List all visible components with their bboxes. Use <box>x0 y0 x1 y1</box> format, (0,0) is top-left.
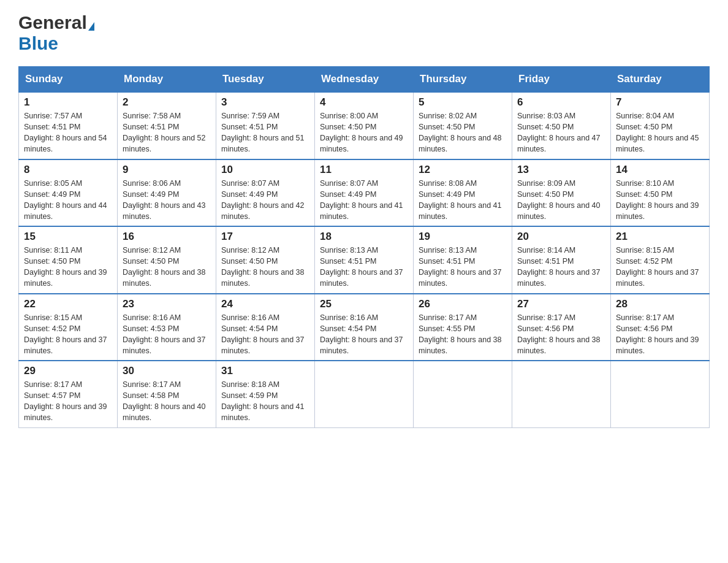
calendar-cell: 10 Sunrise: 8:07 AMSunset: 4:49 PMDaylig… <box>216 159 315 227</box>
day-number: 14 <box>616 164 704 176</box>
calendar-cell: 5 Sunrise: 8:02 AMSunset: 4:50 PMDayligh… <box>414 92 512 159</box>
calendar-cell: 17 Sunrise: 8:12 AMSunset: 4:50 PMDaylig… <box>216 226 315 294</box>
calendar-cell <box>512 361 611 427</box>
day-info: Sunrise: 8:02 AMSunset: 4:50 PMDaylight:… <box>419 110 507 155</box>
calendar-cell: 29 Sunrise: 8:17 AMSunset: 4:57 PMDaylig… <box>19 361 118 427</box>
calendar-cell: 4 Sunrise: 8:00 AMSunset: 4:50 PMDayligh… <box>315 92 414 159</box>
day-number: 26 <box>419 298 507 310</box>
calendar-cell: 19 Sunrise: 8:13 AMSunset: 4:51 PMDaylig… <box>414 226 512 294</box>
week-row-2: 8 Sunrise: 8:05 AMSunset: 4:49 PMDayligh… <box>19 159 710 227</box>
calendar-cell: 18 Sunrise: 8:13 AMSunset: 4:51 PMDaylig… <box>315 226 414 294</box>
calendar-cell: 20 Sunrise: 8:14 AMSunset: 4:51 PMDaylig… <box>512 226 611 294</box>
calendar-cell: 2 Sunrise: 7:58 AMSunset: 4:51 PMDayligh… <box>118 92 216 159</box>
calendar-cell: 14 Sunrise: 8:10 AMSunset: 4:50 PMDaylig… <box>611 159 710 227</box>
calendar-cell: 26 Sunrise: 8:17 AMSunset: 4:55 PMDaylig… <box>414 294 512 361</box>
day-info: Sunrise: 8:17 AMSunset: 4:56 PMDaylight:… <box>616 312 704 357</box>
calendar-cell: 25 Sunrise: 8:16 AMSunset: 4:54 PMDaylig… <box>315 294 414 361</box>
day-info: Sunrise: 8:00 AMSunset: 4:50 PMDaylight:… <box>320 110 408 155</box>
day-info: Sunrise: 8:15 AMSunset: 4:52 PMDaylight:… <box>616 245 704 289</box>
day-number: 2 <box>123 96 211 109</box>
calendar-cell: 1 Sunrise: 7:57 AMSunset: 4:51 PMDayligh… <box>19 92 118 159</box>
col-header-thursday: Thursday <box>414 67 512 93</box>
page-header: General Blue <box>18 12 710 54</box>
week-row-4: 22 Sunrise: 8:15 AMSunset: 4:52 PMDaylig… <box>19 294 710 361</box>
day-number: 5 <box>419 96 507 109</box>
day-info: Sunrise: 8:14 AMSunset: 4:51 PMDaylight:… <box>517 245 605 289</box>
calendar-table: SundayMondayTuesdayWednesdayThursdayFrid… <box>18 66 710 428</box>
calendar-cell: 23 Sunrise: 8:16 AMSunset: 4:53 PMDaylig… <box>118 294 216 361</box>
day-number: 11 <box>320 164 408 176</box>
col-header-saturday: Saturday <box>611 67 710 93</box>
day-info: Sunrise: 7:58 AMSunset: 4:51 PMDaylight:… <box>123 110 211 155</box>
day-number: 12 <box>419 164 507 176</box>
calendar-cell: 9 Sunrise: 8:06 AMSunset: 4:49 PMDayligh… <box>118 159 216 227</box>
day-info: Sunrise: 8:10 AMSunset: 4:50 PMDaylight:… <box>616 178 704 223</box>
day-info: Sunrise: 7:59 AMSunset: 4:51 PMDaylight:… <box>221 110 309 155</box>
col-header-friday: Friday <box>512 67 611 93</box>
day-info: Sunrise: 8:09 AMSunset: 4:50 PMDaylight:… <box>517 178 605 223</box>
logo-triangle-icon <box>88 22 94 31</box>
day-info: Sunrise: 8:17 AMSunset: 4:57 PMDaylight:… <box>24 379 112 424</box>
day-number: 16 <box>123 231 211 243</box>
day-number: 23 <box>123 298 211 310</box>
day-info: Sunrise: 8:12 AMSunset: 4:50 PMDaylight:… <box>123 245 211 289</box>
day-info: Sunrise: 8:16 AMSunset: 4:54 PMDaylight:… <box>221 312 309 357</box>
day-number: 30 <box>123 365 211 377</box>
day-number: 1 <box>24 96 112 109</box>
day-number: 27 <box>517 298 605 310</box>
day-info: Sunrise: 8:05 AMSunset: 4:49 PMDaylight:… <box>24 178 112 223</box>
day-info: Sunrise: 8:06 AMSunset: 4:49 PMDaylight:… <box>123 178 211 223</box>
calendar-cell: 11 Sunrise: 8:07 AMSunset: 4:49 PMDaylig… <box>315 159 414 227</box>
day-info: Sunrise: 8:16 AMSunset: 4:54 PMDaylight:… <box>320 312 408 357</box>
day-number: 13 <box>517 164 605 176</box>
day-number: 24 <box>221 298 309 310</box>
logo: General Blue <box>18 12 94 54</box>
calendar-cell: 6 Sunrise: 8:03 AMSunset: 4:50 PMDayligh… <box>512 92 611 159</box>
day-number: 21 <box>616 231 704 243</box>
day-number: 9 <box>123 164 211 176</box>
day-info: Sunrise: 8:16 AMSunset: 4:53 PMDaylight:… <box>123 312 211 357</box>
day-info: Sunrise: 8:17 AMSunset: 4:55 PMDaylight:… <box>419 312 507 357</box>
header-row: SundayMondayTuesdayWednesdayThursdayFrid… <box>19 67 710 93</box>
logo-blue-text: Blue <box>18 33 58 53</box>
calendar-cell: 28 Sunrise: 8:17 AMSunset: 4:56 PMDaylig… <box>611 294 710 361</box>
day-number: 25 <box>320 298 408 310</box>
day-number: 8 <box>24 164 112 176</box>
day-number: 15 <box>24 231 112 243</box>
calendar-cell <box>315 361 414 427</box>
day-info: Sunrise: 8:03 AMSunset: 4:50 PMDaylight:… <box>517 110 605 155</box>
day-info: Sunrise: 7:57 AMSunset: 4:51 PMDaylight:… <box>24 110 112 155</box>
day-number: 29 <box>24 365 112 377</box>
day-info: Sunrise: 8:07 AMSunset: 4:49 PMDaylight:… <box>221 178 309 223</box>
day-number: 28 <box>616 298 704 310</box>
day-info: Sunrise: 8:15 AMSunset: 4:52 PMDaylight:… <box>24 312 112 357</box>
day-number: 17 <box>221 231 309 243</box>
calendar-cell: 24 Sunrise: 8:16 AMSunset: 4:54 PMDaylig… <box>216 294 315 361</box>
day-number: 10 <box>221 164 309 176</box>
calendar-cell: 3 Sunrise: 7:59 AMSunset: 4:51 PMDayligh… <box>216 92 315 159</box>
day-number: 6 <box>517 96 605 109</box>
calendar-cell: 16 Sunrise: 8:12 AMSunset: 4:50 PMDaylig… <box>118 226 216 294</box>
day-number: 3 <box>221 96 309 109</box>
week-row-1: 1 Sunrise: 7:57 AMSunset: 4:51 PMDayligh… <box>19 92 710 159</box>
day-number: 19 <box>419 231 507 243</box>
day-info: Sunrise: 8:17 AMSunset: 4:56 PMDaylight:… <box>517 312 605 357</box>
week-row-3: 15 Sunrise: 8:11 AMSunset: 4:50 PMDaylig… <box>19 226 710 294</box>
calendar-cell: 31 Sunrise: 8:18 AMSunset: 4:59 PMDaylig… <box>216 361 315 427</box>
day-number: 22 <box>24 298 112 310</box>
col-header-wednesday: Wednesday <box>315 67 414 93</box>
calendar-cell: 30 Sunrise: 8:17 AMSunset: 4:58 PMDaylig… <box>118 361 216 427</box>
calendar-cell <box>611 361 710 427</box>
day-number: 31 <box>221 365 309 377</box>
week-row-5: 29 Sunrise: 8:17 AMSunset: 4:57 PMDaylig… <box>19 361 710 427</box>
calendar-cell: 8 Sunrise: 8:05 AMSunset: 4:49 PMDayligh… <box>19 159 118 227</box>
day-number: 7 <box>616 96 704 109</box>
calendar-cell: 27 Sunrise: 8:17 AMSunset: 4:56 PMDaylig… <box>512 294 611 361</box>
day-info: Sunrise: 8:04 AMSunset: 4:50 PMDaylight:… <box>616 110 704 155</box>
calendar-cell: 13 Sunrise: 8:09 AMSunset: 4:50 PMDaylig… <box>512 159 611 227</box>
day-info: Sunrise: 8:12 AMSunset: 4:50 PMDaylight:… <box>221 245 309 289</box>
day-info: Sunrise: 8:13 AMSunset: 4:51 PMDaylight:… <box>419 245 507 289</box>
calendar-cell <box>414 361 512 427</box>
day-info: Sunrise: 8:11 AMSunset: 4:50 PMDaylight:… <box>24 245 112 289</box>
day-info: Sunrise: 8:13 AMSunset: 4:51 PMDaylight:… <box>320 245 408 289</box>
